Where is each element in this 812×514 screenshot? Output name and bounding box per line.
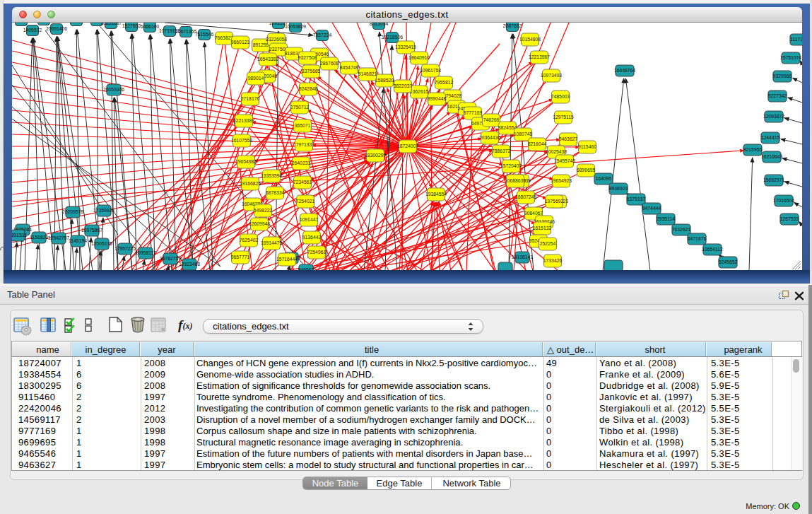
- svg-text:(x): (x): [183, 321, 193, 331]
- svg-text:20364436: 20364436: [479, 135, 500, 140]
- svg-text:6379197: 6379197: [627, 197, 646, 201]
- svg-text:7485003: 7485003: [551, 94, 570, 99]
- svg-text:20691406: 20691406: [46, 26, 67, 31]
- svg-text:10958117: 10958117: [135, 250, 156, 255]
- svg-text:6466160: 6466160: [141, 24, 160, 29]
- svg-text:1391531: 1391531: [12, 233, 27, 238]
- svg-text:10653287: 10653287: [100, 23, 122, 25]
- svg-text:9327508: 9327508: [298, 55, 317, 60]
- svg-text:891295: 891295: [253, 42, 269, 47]
- svg-text:2640231: 2640231: [292, 160, 311, 165]
- svg-text:15692971: 15692971: [763, 177, 784, 182]
- svg-text:7625402: 7625402: [240, 238, 259, 243]
- svg-text:16648764: 16648764: [614, 68, 635, 73]
- svg-text:9777169: 9777169: [464, 110, 483, 115]
- svg-text:7234561: 7234561: [293, 180, 312, 185]
- svg-text:8471676: 8471676: [688, 236, 707, 241]
- svg-text:9463627: 9463627: [559, 136, 578, 141]
- svg-text:2750712: 2750712: [290, 105, 310, 110]
- svg-text:746266: 746266: [483, 117, 500, 122]
- svg-text:1080748: 1080748: [514, 132, 533, 136]
- svg-text:989014: 989014: [248, 76, 264, 81]
- svg-text:3215955: 3215955: [743, 147, 763, 152]
- svg-text:19384554: 19384554: [425, 192, 447, 197]
- svg-text:17016504: 17016504: [773, 198, 794, 203]
- svg-text:9136442: 9136442: [302, 235, 322, 240]
- svg-text:18300295: 18300295: [365, 153, 386, 158]
- svg-text:8216044: 8216044: [528, 141, 547, 146]
- svg-text:2867608: 2867608: [320, 61, 339, 66]
- svg-text:7886372: 7886372: [492, 148, 511, 153]
- svg-text:17957225: 17957225: [114, 246, 136, 251]
- svg-text:9242848: 9242848: [299, 86, 318, 91]
- svg-text:1588520: 1588520: [375, 78, 394, 83]
- svg-text:3824554: 3824554: [498, 125, 517, 130]
- svg-text:1267533: 1267533: [780, 216, 799, 221]
- svg-text:3375685: 3375685: [302, 69, 321, 74]
- svg-text:12923468: 12923468: [179, 262, 200, 267]
- svg-text:9657771: 9657771: [231, 255, 250, 259]
- svg-text:6878334: 6878334: [266, 190, 285, 195]
- svg-text:18640910: 18640910: [408, 55, 430, 60]
- svg-text:15495748: 15495748: [554, 158, 575, 163]
- svg-text:16107553: 16107553: [231, 138, 252, 143]
- svg-text:6899695: 6899695: [577, 168, 596, 173]
- svg-text:10154808: 10154808: [519, 37, 541, 42]
- svg-text:1362615: 1362615: [410, 89, 429, 94]
- svg-text:12213383: 12213383: [233, 118, 254, 123]
- svg-text:1733426: 1733426: [543, 258, 563, 263]
- svg-text:7254961: 7254961: [307, 250, 326, 255]
- svg-text:20053346: 20053346: [103, 87, 124, 92]
- svg-text:10688639: 10688639: [505, 178, 526, 183]
- svg-text:1975692: 1975692: [545, 199, 564, 204]
- svg-text:19218506: 19218506: [382, 35, 403, 40]
- svg-text:19166825: 19166825: [240, 181, 261, 186]
- svg-text:1527602: 1527602: [122, 23, 141, 28]
- svg-text:10671355: 10671355: [175, 29, 196, 34]
- svg-text:2718176: 2718176: [241, 96, 260, 101]
- svg-text:19654923: 19654923: [551, 178, 572, 183]
- svg-text:9115460: 9115460: [578, 144, 596, 149]
- svg-text:1615132: 1615132: [533, 226, 552, 230]
- svg-text:15716444: 15716444: [276, 257, 298, 262]
- svg-text:1156829: 1156829: [30, 235, 48, 240]
- svg-text:164095: 164095: [596, 176, 612, 181]
- svg-text:7254021: 7254021: [296, 199, 315, 204]
- svg-text:20200578: 20200578: [62, 209, 83, 214]
- svg-text:14136141: 14136141: [512, 255, 533, 259]
- svg-text:23226058: 23226058: [266, 37, 287, 42]
- svg-text:7515546: 7515546: [195, 32, 214, 37]
- svg-text:10975867: 10975867: [81, 228, 102, 233]
- svg-text:12942757: 12942757: [48, 235, 69, 240]
- svg-text:18724007: 18724007: [397, 144, 418, 148]
- svg-text:252254: 252254: [540, 241, 556, 246]
- svg-text:16782759: 16782759: [160, 256, 181, 261]
- svg-text:12093872: 12093872: [763, 114, 784, 119]
- svg-text:9245652: 9245652: [719, 259, 738, 264]
- svg-text:365071: 365071: [295, 123, 311, 128]
- svg-text:12505135: 12505135: [91, 241, 112, 246]
- svg-text:16210643: 16210643: [761, 154, 782, 159]
- svg-text:1091447: 1091447: [300, 217, 319, 222]
- svg-text:7632621: 7632621: [672, 227, 691, 232]
- svg-text:2935114: 2935114: [657, 216, 675, 221]
- svg-text:5498222: 5498222: [254, 208, 273, 213]
- svg-text:1244415: 1244415: [761, 135, 780, 140]
- svg-text:2087682: 2087682: [503, 23, 522, 28]
- svg-text:13325419: 13325419: [395, 45, 416, 49]
- svg-text:797133: 797133: [296, 142, 312, 147]
- svg-text:3822037: 3822037: [394, 83, 413, 88]
- svg-text:12609948: 12609948: [249, 221, 270, 226]
- svg-text:18807249: 18807249: [515, 194, 536, 199]
- svg-text:10053809: 10053809: [285, 24, 306, 29]
- svg-text:12213967: 12213967: [529, 54, 550, 59]
- svg-text:8938923: 8938923: [609, 186, 628, 191]
- svg-text:9474444: 9474444: [642, 206, 661, 211]
- svg-text:15720407: 15720407: [500, 163, 522, 168]
- svg-text:10961758: 10961758: [420, 68, 441, 73]
- svg-text:7357224: 7357224: [313, 33, 332, 37]
- svg-text:946562: 946562: [298, 267, 314, 270]
- svg-text:8990448: 8990448: [428, 96, 447, 101]
- svg-text:9329966: 9329966: [773, 74, 792, 78]
- svg-text:8813054: 8813054: [370, 23, 389, 26]
